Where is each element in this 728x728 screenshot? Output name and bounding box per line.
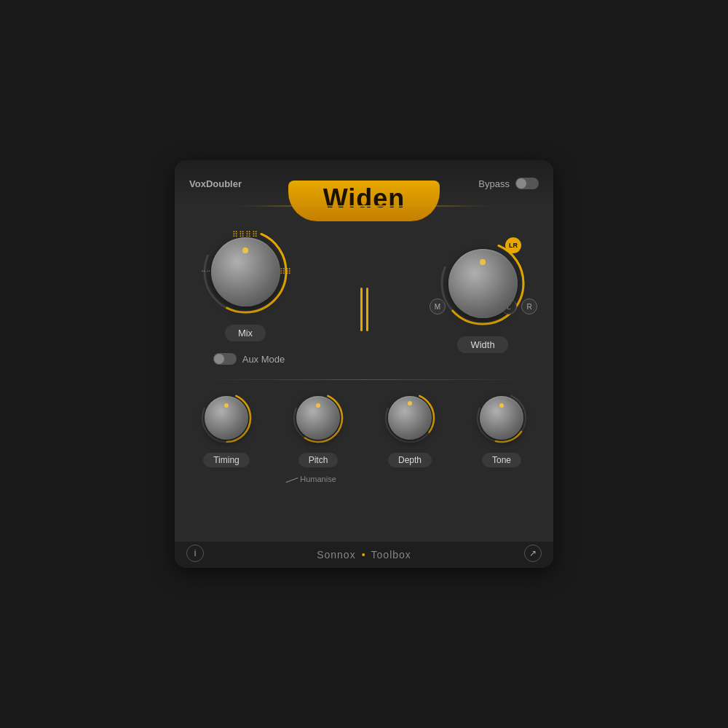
bypass-area: Bypass bbox=[478, 178, 539, 189]
mix-label: Mix bbox=[225, 325, 266, 341]
tone-knob-wrapper[interactable] bbox=[472, 389, 531, 447]
toggle-knob bbox=[516, 178, 526, 189]
mix-knob-wrapper[interactable]: ⠿⠿⠿⠿ ⠒⠒⠒⠒ ⠿⠿⠿ bbox=[198, 224, 293, 319]
timing-knob-wrapper[interactable] bbox=[197, 389, 256, 447]
depth-dot bbox=[408, 401, 412, 405]
tone-knob[interactable] bbox=[480, 396, 523, 440]
bottom-knobs-row: Timing Pitch Humanise bbox=[175, 389, 553, 483]
divider-line-2 bbox=[366, 288, 368, 331]
timing-dot bbox=[224, 403, 229, 408]
plugin-title: Widen bbox=[323, 183, 405, 213]
tone-label: Tone bbox=[482, 453, 521, 467]
section-separator bbox=[198, 379, 530, 380]
title-background: Widen bbox=[288, 181, 440, 221]
pitch-group: Pitch Humanise bbox=[289, 389, 347, 483]
plugin-name: VoxDoubler bbox=[189, 178, 242, 189]
main-section: ⠿⠿⠿⠿ ⠒⠒⠒⠒ ⠿⠿⠿ Mix Aux Mode bbox=[175, 207, 553, 371]
timing-label: Timing bbox=[203, 453, 250, 467]
timing-group: Timing bbox=[197, 389, 256, 467]
aux-mode-label: Aux Mode bbox=[242, 354, 285, 365]
pitch-dot bbox=[316, 403, 320, 408]
mode-r-circle[interactable]: R bbox=[521, 298, 537, 314]
mix-group: ⠿⠿⠿⠿ ⠒⠒⠒⠒ ⠿⠿⠿ Mix Aux Mode bbox=[198, 224, 293, 365]
pitch-knob-wrapper[interactable] bbox=[289, 389, 347, 447]
bypass-toggle[interactable] bbox=[515, 178, 539, 189]
footer-brand: Sonnox bbox=[317, 549, 355, 561]
tone-group: Tone bbox=[472, 389, 531, 467]
mix-knob[interactable] bbox=[211, 237, 280, 306]
aux-toggle-knob bbox=[214, 354, 224, 364]
lr-badge: LR bbox=[505, 237, 521, 253]
timing-knob[interactable] bbox=[205, 396, 248, 440]
info-icon[interactable]: i bbox=[186, 545, 204, 562]
width-group: LR M L R Widt bbox=[435, 236, 530, 353]
pitch-label: Pitch bbox=[298, 453, 339, 467]
center-divider-area bbox=[360, 253, 368, 331]
depth-knob-wrapper[interactable] bbox=[381, 389, 439, 447]
resize-icon[interactable]: ↗ bbox=[524, 545, 542, 562]
depth-group: Depth bbox=[381, 389, 439, 467]
divider-line-1 bbox=[360, 288, 363, 331]
footer: i Sonnox • Toolbox ↗ bbox=[175, 542, 553, 568]
main-knob-row: ⠿⠿⠿⠿ ⠒⠒⠒⠒ ⠿⠿⠿ Mix Aux Mode bbox=[198, 218, 530, 365]
plugin-container: VoxDoubler Widen Bypass bbox=[175, 160, 553, 568]
footer-separator: • bbox=[362, 549, 365, 561]
header: VoxDoubler Widen Bypass bbox=[175, 160, 553, 207]
width-knob-wrapper[interactable]: LR M L R bbox=[435, 236, 530, 331]
depth-knob[interactable] bbox=[388, 396, 432, 440]
width-label: Width bbox=[457, 336, 507, 353]
pitch-knob[interactable] bbox=[296, 396, 340, 440]
width-knob-dot bbox=[480, 259, 486, 265]
footer-product: Toolbox bbox=[371, 549, 411, 561]
mode-m-circle[interactable]: M bbox=[430, 298, 446, 314]
aux-mode-row: Aux Mode bbox=[213, 353, 285, 365]
aux-mode-toggle[interactable] bbox=[213, 353, 237, 365]
bypass-label: Bypass bbox=[478, 178, 510, 189]
humanise-label: Humanise bbox=[300, 475, 336, 483]
mix-knob-dot bbox=[242, 248, 248, 253]
depth-label: Depth bbox=[388, 453, 432, 467]
tone-dot bbox=[499, 403, 504, 408]
width-knob[interactable] bbox=[448, 249, 518, 318]
divider-lines bbox=[360, 288, 368, 331]
